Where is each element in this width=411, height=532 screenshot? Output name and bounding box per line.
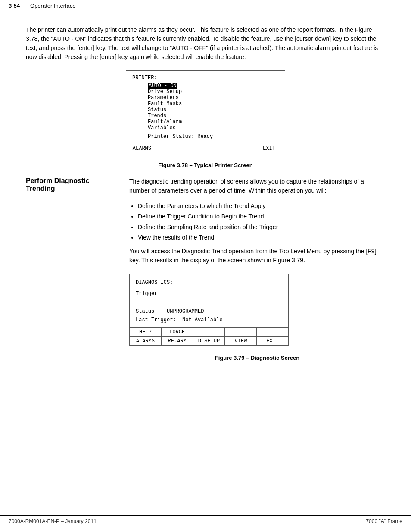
diag-btn-alarms[interactable]: ALARMS (130, 337, 162, 345)
section-body-text: You will access the Diagnostic Trend ope… (129, 247, 385, 265)
menu-item-7: Variables (148, 125, 279, 131)
diag-screen-figure: DIAGNOSTICS: Trigger: Status: UNPROGRAMM… (129, 274, 289, 346)
printer-screen-buttons: ALARMS EXIT (126, 144, 285, 153)
section-intro: The diagnostic trending operation of scr… (129, 177, 385, 195)
menu-item-3: Fault Masks (148, 101, 279, 107)
section-left: Perform Diagnostic Trending (26, 177, 112, 370)
diag-screen-buttons: HELP FORCE ALARMS RE-ARM D_SETUP VIEW EX… (130, 327, 288, 345)
diag-btn-empty-r1-1 (193, 328, 225, 336)
intro-paragraph: The printer can automatically print out … (26, 25, 385, 62)
diag-status-line: Status: UNPROGRAMMED (136, 307, 282, 316)
figure-379-caption: Figure 3.79 – Diagnostic Screen (129, 355, 385, 361)
printer-screen-figure: PRINTER: AUTO - ON Drive Setup Parameter… (126, 70, 285, 153)
diag-btn-exit[interactable]: EXIT (257, 337, 288, 345)
diag-last-trigger-line: Last Trigger: Not Available (136, 316, 282, 324)
footer-right: 7000 "A" Frame (366, 518, 402, 524)
diag-btn-empty-r1-2 (225, 328, 257, 336)
header: 3-54 Operator Interface (0, 0, 411, 12)
footer: 7000A-RM001A-EN-P – January 2011 7000 "A… (0, 515, 411, 524)
section-perform-diag: Perform Diagnostic Trending The diagnost… (26, 177, 385, 370)
printer-btn-empty-1 (158, 144, 190, 153)
menu-item-4: Status (148, 107, 279, 113)
diag-btn-view[interactable]: VIEW (225, 337, 257, 345)
figure-378-caption: Figure 3.78 – Typical Printer Screen (26, 162, 385, 168)
header-title: Operator Interface (30, 3, 76, 9)
printer-menu: AUTO - ON Drive Setup Parameters Fault M… (132, 83, 279, 131)
diag-btn-help[interactable]: HELP (130, 328, 162, 336)
diag-label: DIAGNOSTICS: (136, 278, 282, 287)
main-content: The printer can automatically print out … (0, 12, 411, 385)
diag-btn-rearm[interactable]: RE-ARM (162, 337, 193, 345)
bullet-list: Define the Parameters to which the Trend… (138, 201, 385, 243)
diag-content: DIAGNOSTICS: Trigger: Status: UNPROGRAMM… (136, 278, 282, 325)
diag-btn-dsetup[interactable]: D_SETUP (193, 337, 225, 345)
diag-btn-empty-r1-3 (257, 328, 288, 336)
printer-status: Printer Status: Ready (132, 134, 279, 140)
bullet-0: Define the Parameters to which the Trend… (138, 201, 385, 211)
printer-btn-alarms[interactable]: ALARMS (126, 144, 158, 153)
printer-btn-exit[interactable]: EXIT (253, 144, 285, 153)
menu-item-0: AUTO - ON (148, 83, 279, 89)
diag-btn-row-2: ALARMS RE-ARM D_SETUP VIEW EXIT (130, 337, 288, 345)
bullet-1: Define the Trigger Condition to Begin th… (138, 212, 385, 221)
page-number: 3-54 (9, 3, 20, 9)
menu-item-highlighted: AUTO - ON (148, 83, 177, 89)
footer-left: 7000A-RM001A-EN-P – January 2011 (9, 518, 97, 524)
diag-btn-force[interactable]: FORCE (162, 328, 193, 336)
bullet-2: Define the Sampling Rate and position of… (138, 222, 385, 232)
diag-screen-body: DIAGNOSTICS: Trigger: Status: UNPROGRAMM… (130, 274, 288, 327)
menu-item-2: Parameters (148, 95, 279, 101)
printer-label: PRINTER: (132, 75, 279, 81)
diag-trigger: Trigger: (136, 289, 282, 298)
diag-btn-row-1: HELP FORCE (130, 328, 288, 337)
diag-blank-line (136, 298, 282, 307)
menu-item-6: Fault/Alarm (148, 119, 279, 125)
section-right: The diagnostic trending operation of scr… (129, 177, 385, 370)
section-heading: Perform Diagnostic Trending (26, 177, 112, 193)
printer-screen-body: PRINTER: AUTO - ON Drive Setup Parameter… (126, 71, 285, 144)
printer-btn-empty-3 (221, 144, 253, 153)
printer-btn-empty-2 (190, 144, 222, 153)
menu-item-5: Trends (148, 113, 279, 119)
menu-item-1: Drive Setup (148, 89, 279, 95)
bullet-3: View the results of the Trend (138, 233, 385, 242)
